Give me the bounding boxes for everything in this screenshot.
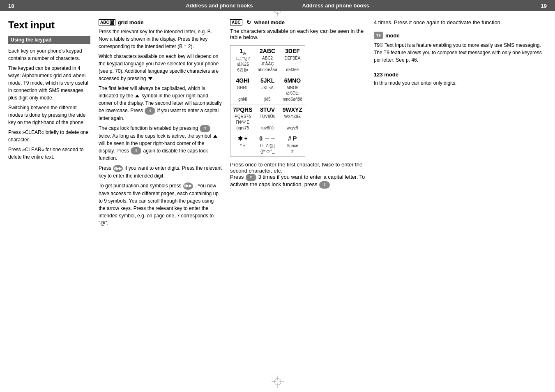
key-5: 5JKL JKL5Λ jkl5	[255, 75, 280, 104]
page-number-left: 18	[8, 2, 14, 9]
num-mode-title: 123 mode	[374, 71, 547, 78]
caps-active-icon	[213, 135, 217, 138]
digit-key-icon: 0▶▶	[113, 165, 123, 172]
key-6: 6MNO MNO6 ØÑÖΩ mno6øñöö	[280, 75, 305, 104]
key-9: 9WXYZ WXYZ9Ξ wxyz9	[280, 104, 305, 133]
left-para-2: The keypad can be operated in 4 ways: Al…	[8, 65, 90, 101]
header-title-right: Address and phone books	[302, 2, 369, 9]
symbol-key-icon: 0▶▶	[183, 182, 193, 190]
caps-deactivate-para: 4 times. Press it once again to deactiva…	[374, 19, 547, 25]
grid-mode-label: grid mode	[118, 19, 144, 25]
caps-disable-key-icon: ⇧	[131, 147, 141, 154]
wheel-mode-arrow: ↻	[246, 19, 251, 25]
wheel-intro: The characters available on each key can…	[230, 28, 370, 40]
t9-icon: T9	[374, 32, 383, 39]
arrow-up-icon	[135, 95, 139, 97]
wheel-mode-section: ABC ↻ wheel mode The characters availabl…	[230, 19, 370, 229]
wheel-caps-key-icon: ⇧	[246, 174, 256, 181]
wheel-mode-title: ABC ↻ wheel mode	[230, 19, 370, 25]
wheel-mode-label: wheel mode	[254, 19, 285, 25]
page-number-right: 19	[541, 2, 547, 9]
t9-para-1: T9® Text Input is a feature enabling you…	[374, 42, 547, 64]
num-mode-section: 123 mode In this mode you can enter only…	[374, 71, 547, 87]
key-8: 8TUV TUV8Üθ tuv8üù	[255, 104, 280, 133]
wheel-caps-lock-icon: ⇧	[319, 181, 330, 189]
left-column: Text input Using the keypad Each key on …	[8, 19, 99, 229]
table-row: 1◷ 1.,:;"!¿? ¡&%£$ €@§¤ 2ABC ABC2 ÆÅÀÇ a…	[230, 46, 305, 75]
left-para-3: Switching between the different modes is…	[8, 104, 90, 126]
grid-para-2: Which characters available on each key w…	[99, 53, 222, 82]
key-4: 4GHI GHI4Γ ghi4i	[230, 75, 255, 104]
key-2: 2ABC ABC2 ÆÅÀÇ abc2æåàà	[255, 46, 280, 75]
t9-mode-title: T9 mode	[374, 32, 547, 39]
t9-mode-section: T9 mode T9® Text Input is a feature enab…	[374, 32, 547, 64]
page-heading: Text input	[8, 19, 90, 31]
abc-grid-icon: ABC▦	[99, 19, 115, 25]
header-title-left: Address and phone books	[186, 2, 253, 9]
caps-key-icon: ⇧	[145, 107, 155, 115]
wheel-after-2: Press ⇧ 3 times if you want to enter a c…	[230, 174, 370, 189]
grid-para-3: The first letter will always be capitali…	[99, 85, 222, 122]
key-1: 1◷ 1.,:;"!¿? ¡&%£$ €@§¤	[230, 46, 255, 75]
key-7: 7PQRS PQRS7δ ΠΦΨ Σ pqrs7δ	[230, 104, 255, 133]
main-content: Text input Using the keypad Each key on …	[0, 11, 555, 229]
abc-wheel-icon: ABC	[230, 19, 242, 25]
table-row: 4GHI GHI4Γ ghi4i 5JKL JKL5Λ jkl5 6MNO MN…	[230, 75, 305, 104]
grid-para-5: Press 0▶▶ if you want to enter digits. P…	[99, 164, 222, 180]
divider	[374, 68, 547, 68]
registration-mark-bottom	[272, 376, 284, 388]
arrow-down-icon	[148, 77, 152, 80]
caps-lock-key-icon: ⇧	[200, 125, 210, 132]
far-right-column: 4 times. Press it once again to deactiva…	[374, 19, 547, 229]
wheel-after-1: Press once to enter the first character,…	[230, 161, 370, 174]
table-row: ✱ + * + 0 →→ 0–-/\!()[] {}=<>^_ # P Spac…	[230, 133, 305, 157]
header-bar: 18 Address and phone books Address and p…	[0, 0, 555, 11]
left-para-1: Each key on your phone's keypad contains…	[8, 47, 90, 62]
right-column: ABC ↻ wheel mode The characters availabl…	[230, 19, 547, 229]
grid-para-6: To get punctuation and symbols press 0▶▶…	[99, 182, 222, 227]
left-para-5: Press »CLEAR« for one second to delete t…	[8, 146, 90, 161]
middle-column: ABC▦ grid mode Press the relevant key fo…	[99, 19, 230, 229]
grid-mode-title: ABC▦ grid mode	[99, 19, 222, 25]
keypad-table: 1◷ 1.,:;"!¿? ¡&%£$ €@§¤ 2ABC ABC2 ÆÅÀÇ a…	[230, 45, 305, 157]
table-row: 7PQRS PQRS7δ ΠΦΨ Σ pqrs7δ 8TUV TUV8Üθ tu…	[230, 104, 305, 133]
key-0: 0 →→ 0–-/\!()[] {}=<>^_	[255, 133, 280, 157]
num-mode-para: In this mode you can enter only digits.	[374, 79, 547, 87]
key-3: 3DEF DEF3ÉÀ def3éè	[280, 46, 305, 75]
t9-mode-label: mode	[385, 32, 400, 39]
grid-para-1: Press the relevant key for the intended …	[99, 28, 222, 50]
section-title-keypad: Using the keypad	[8, 36, 90, 44]
key-hash: # P Space #	[280, 133, 305, 157]
key-star: ✱ + * +	[230, 133, 255, 157]
left-para-4: Press »CLEAR« briefly to delete one char…	[8, 129, 90, 143]
grid-para-4: The caps lock function is enabled by pre…	[99, 125, 222, 162]
